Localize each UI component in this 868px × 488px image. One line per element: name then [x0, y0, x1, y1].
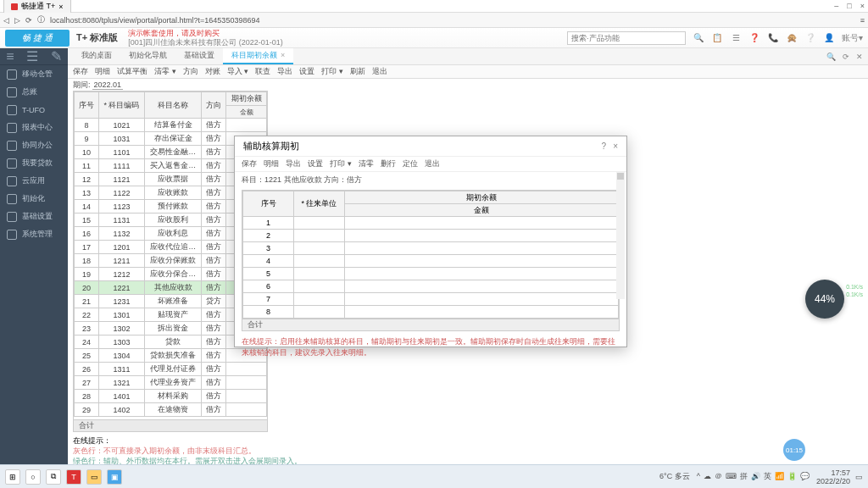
mtb-btn-4[interactable]: 打印 ▾: [330, 158, 352, 169]
tray-icon-8[interactable]: 🔋: [787, 472, 797, 480]
mtb-btn-1[interactable]: 明细: [264, 158, 279, 169]
modal-row[interactable]: 1: [243, 217, 619, 230]
sidebar-item-5[interactable]: 我要贷款: [0, 154, 68, 172]
nav-forward-icon[interactable]: ▷: [14, 16, 20, 25]
weather[interactable]: 6°C 多云: [659, 471, 690, 482]
table-row[interactable]: 271321代理业务资产借方: [75, 376, 267, 390]
search-icon[interactable]: 🔍: [693, 32, 704, 44]
sidebar-item-6[interactable]: 云应用: [0, 172, 68, 190]
tb-btn-11[interactable]: 刷新: [350, 66, 365, 77]
modal-row[interactable]: 5: [243, 268, 619, 280]
list-icon[interactable]: ☰: [26, 48, 38, 64]
phone-icon[interactable]: 📞: [767, 32, 779, 44]
window-maximize[interactable]: □: [847, 2, 851, 10]
tab-close-icon[interactable]: ×: [281, 51, 285, 59]
tray-icon-5[interactable]: 🔊: [751, 472, 760, 480]
start-icon[interactable]: ⊞: [5, 469, 20, 485]
window-close[interactable]: ×: [860, 2, 865, 10]
period-value[interactable]: 2022.01: [92, 80, 124, 90]
mtb-btn-3[interactable]: 设置: [308, 158, 323, 169]
tray-icon-6[interactable]: 英: [764, 472, 771, 480]
modal-scrollbar[interactable]: [616, 172, 625, 299]
modal-row[interactable]: 7: [243, 293, 619, 306]
tab-refresh-icon[interactable]: ⟳: [843, 53, 849, 61]
tb-btn-4[interactable]: 方向: [183, 66, 198, 77]
sidebar-item-2[interactable]: T-UFO: [0, 101, 68, 119]
tray-icon-9[interactable]: 💬: [800, 472, 810, 480]
modal-row[interactable]: 8: [243, 306, 619, 319]
tab-search-icon[interactable]: 🔍: [826, 53, 836, 61]
tb-btn-10[interactable]: 打印 ▾: [321, 66, 343, 77]
tab-2[interactable]: 基础设置: [175, 48, 223, 64]
tab-0[interactable]: 我的桌面: [73, 48, 120, 64]
mtb-btn-2[interactable]: 导出: [286, 158, 301, 169]
tb-btn-2[interactable]: 试算平衡: [117, 66, 147, 77]
tab-1[interactable]: 初始化导航: [120, 48, 175, 64]
modal-row[interactable]: 6: [243, 280, 619, 293]
tb-btn-3[interactable]: 清零 ▾: [154, 66, 176, 77]
mtb-btn-7[interactable]: 定位: [403, 158, 418, 169]
monkey-icon[interactable]: 🙊: [786, 32, 798, 44]
notifications-icon[interactable]: ▭: [855, 473, 863, 481]
modal-row[interactable]: 2: [243, 230, 619, 242]
edit-icon[interactable]: ✎: [51, 48, 62, 64]
tray-icon-0[interactable]: ^: [697, 472, 700, 480]
tray-icon-3[interactable]: ⌨: [726, 472, 737, 480]
tray-icon-2[interactable]: ＠: [715, 472, 722, 480]
url-text[interactable]: localhost:8080/tplus/view/portal/portal.…: [50, 16, 855, 25]
modal-grid[interactable]: 序号* 往来单位期初余额金额12345678: [242, 190, 620, 319]
sidebar-item-3[interactable]: 报表中心: [0, 119, 68, 136]
modal-close-icon[interactable]: ×: [613, 141, 618, 151]
explorer-icon[interactable]: ▭: [86, 469, 102, 485]
tray-icon-7[interactable]: 📶: [775, 472, 784, 480]
tb-btn-1[interactable]: 明细: [95, 66, 110, 77]
sidebar-item-9[interactable]: 系统管理: [0, 225, 68, 243]
mtb-btn-8[interactable]: 退出: [425, 158, 440, 169]
table-row[interactable]: 281401材料采购借方: [75, 390, 267, 403]
sidebar-item-1[interactable]: 总账: [0, 83, 68, 101]
table-row[interactable]: 81021结算备付金借方: [75, 119, 267, 132]
tb-btn-6[interactable]: 导入 ▾: [227, 66, 249, 77]
clock-date[interactable]: 2022/2/20: [816, 477, 850, 485]
clipboard-icon[interactable]: 📋: [711, 32, 723, 44]
modal-row[interactable]: 3: [243, 242, 619, 255]
table-row[interactable]: 291402在途物资借方: [75, 403, 267, 417]
tb-btn-0[interactable]: 保存: [73, 66, 88, 77]
taskview-icon[interactable]: ⧉: [46, 469, 61, 485]
mtb-btn-6[interactable]: 删行: [381, 158, 396, 169]
tab-close-icon[interactable]: ×: [58, 3, 63, 11]
sidebar-item-7[interactable]: 初始化: [0, 190, 68, 208]
window-minimize[interactable]: –: [834, 2, 838, 10]
sidebar-item-4[interactable]: 协同办公: [0, 136, 68, 154]
reload-icon[interactable]: ⟳: [25, 16, 32, 25]
browser-tab[interactable]: 畅捷通 T+ ×: [3, 0, 71, 13]
app2-icon[interactable]: ▣: [107, 469, 122, 485]
timer-badge[interactable]: 01:15: [783, 439, 805, 461]
tab-3[interactable]: 科目期初余额×: [223, 48, 293, 64]
tray-icon-1[interactable]: ☁: [704, 472, 711, 480]
tb-btn-8[interactable]: 导出: [277, 66, 292, 77]
tb-btn-12[interactable]: 退出: [372, 66, 387, 77]
tab-close-all-icon[interactable]: ✕: [856, 53, 863, 61]
clock-time[interactable]: 17:57: [816, 469, 850, 477]
nav-back-icon[interactable]: ◁: [3, 16, 9, 25]
search-input[interactable]: [567, 31, 686, 45]
sidebar-item-8[interactable]: 基础设置: [0, 208, 68, 225]
perf-badge[interactable]: 44%: [805, 280, 844, 319]
tb-btn-5[interactable]: 对账: [205, 66, 220, 77]
tray-icon-4[interactable]: 拼: [740, 472, 748, 480]
tb-btn-9[interactable]: 设置: [299, 66, 314, 77]
browser-menu-icon[interactable]: ≡: [860, 16, 865, 25]
collapse-icon[interactable]: ≡: [6, 49, 14, 64]
user-icon[interactable]: 👤: [823, 32, 835, 44]
mtb-btn-5[interactable]: 清零: [359, 158, 374, 169]
tb-btn-7[interactable]: 联查: [255, 66, 270, 77]
app1-icon[interactable]: T: [66, 469, 81, 485]
modal-row[interactable]: 4: [243, 255, 619, 268]
mtb-btn-0[interactable]: 保存: [242, 158, 257, 169]
help-icon[interactable]: ❓: [748, 32, 760, 44]
menu-icon[interactable]: ☰: [730, 32, 742, 44]
cortana-icon[interactable]: ○: [25, 469, 41, 485]
site-info-icon[interactable]: ⓘ: [37, 14, 45, 25]
account-menu[interactable]: 账号▾: [842, 32, 863, 44]
